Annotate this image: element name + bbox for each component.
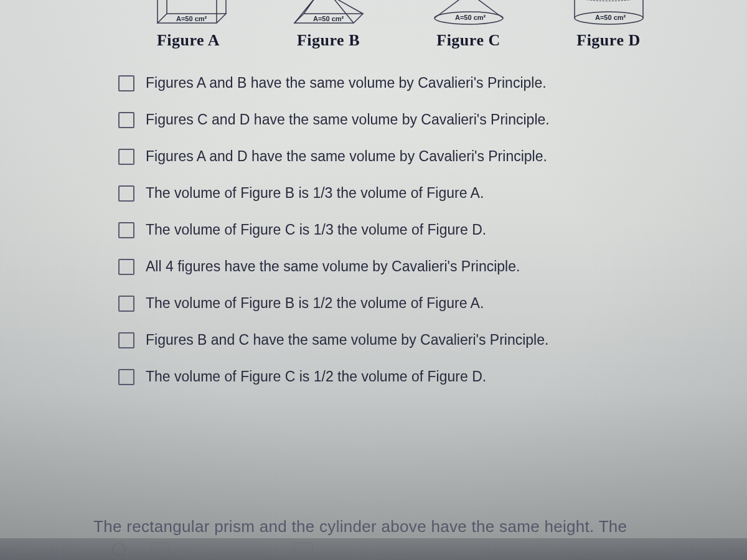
checkbox-icon[interactable] — [118, 75, 134, 91]
figure-c-group: A=50 cm² Figure C — [398, 0, 538, 50]
option-text: The volume of Figure B is 1/3 the volume… — [146, 185, 484, 202]
figure-a-area-label: A=50 cm² — [176, 15, 207, 22]
figure-b-area-label: A=50 cm² — [313, 15, 344, 22]
figure-b-shape: A=50 cm² — [285, 0, 372, 26]
checkbox-icon[interactable] — [118, 332, 134, 348]
figure-c-label: Figure C — [436, 31, 500, 50]
option-item[interactable]: Figures A and B have the same volume by … — [118, 75, 728, 91]
checkbox-icon[interactable] — [118, 185, 134, 202]
figure-d-group: A=50 cm² Figure D — [538, 0, 679, 50]
options-list: Figures A and B have the same volume by … — [6, 56, 741, 418]
option-item[interactable]: The volume of Figure C is 1/2 the volume… — [118, 368, 728, 385]
figure-d-label: Figure D — [576, 31, 640, 50]
question-content: A=50 cm² Figure A A=50 cm² Figure B — [0, 0, 747, 560]
figure-b-group: A=50 cm² Figure B — [258, 0, 398, 50]
figure-a-group: A=50 cm² Figure A — [118, 0, 258, 50]
option-item[interactable]: Figures C and D have the same volume by … — [118, 111, 728, 128]
option-text: Figures C and D have the same volume by … — [146, 111, 550, 128]
checkbox-icon[interactable] — [118, 149, 134, 165]
figure-c-area-label: A=50 cm² — [455, 14, 486, 21]
option-text: Figures B and C have the same volume by … — [146, 332, 548, 348]
option-item[interactable]: Figures B and C have the same volume by … — [118, 332, 728, 348]
option-item[interactable]: The volume of Figure B is 1/2 the volume… — [118, 295, 728, 312]
checkbox-icon[interactable] — [118, 222, 134, 238]
figure-c-shape: A=50 cm² — [425, 0, 512, 26]
checkbox-icon[interactable] — [118, 369, 134, 385]
next-question-text: The rectangular prism and the cylinder a… — [93, 517, 735, 536]
figure-d-shape: A=50 cm² — [565, 0, 652, 26]
taskbar-icon[interactable] — [112, 543, 126, 556]
option-text: The volume of Figure B is 1/2 the volume… — [146, 295, 484, 312]
taskbar — [0, 538, 747, 560]
figure-a-label: Figure A — [157, 31, 220, 50]
option-text: Figures A and D have the same volume by … — [146, 148, 547, 165]
checkbox-icon[interactable] — [118, 259, 134, 275]
taskbar-icon[interactable] — [294, 543, 312, 556]
option-text: All 4 figures have the same volume by Ca… — [146, 258, 520, 275]
option-item[interactable]: Figures A and D have the same volume by … — [118, 148, 728, 165]
option-item[interactable]: The volume of Figure C is 1/3 the volume… — [118, 222, 728, 238]
checkbox-icon[interactable] — [118, 112, 134, 128]
figures-row: A=50 cm² Figure A A=50 cm² Figure B — [6, 0, 741, 56]
option-text: The volume of Figure C is 1/3 the volume… — [146, 222, 486, 238]
option-text: Figures A and B have the same volume by … — [146, 75, 547, 91]
option-item[interactable]: All 4 figures have the same volume by Ca… — [118, 258, 728, 275]
checkbox-icon[interactable] — [118, 296, 134, 312]
figure-d-area-label: A=50 cm² — [595, 14, 626, 21]
figure-b-label: Figure B — [297, 31, 360, 50]
option-text: The volume of Figure C is 1/2 the volume… — [146, 368, 486, 385]
taskbar-icon[interactable] — [151, 543, 169, 556]
figure-a-shape: A=50 cm² — [145, 0, 232, 26]
option-item[interactable]: The volume of Figure B is 1/3 the volume… — [118, 185, 728, 202]
